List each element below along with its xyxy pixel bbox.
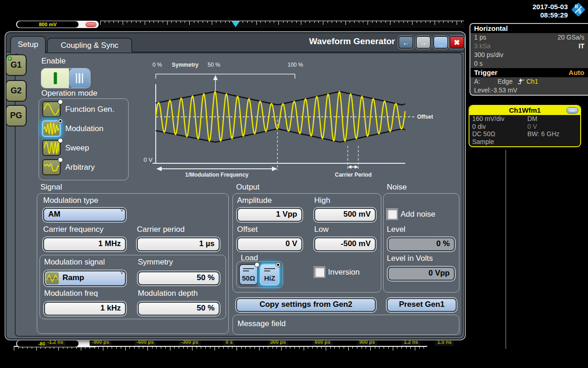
carrier-frequency-field[interactable]: 1 MHz [43, 237, 126, 251]
time-tick-label: 900 ps [357, 339, 377, 346]
sine-wave-icon [43, 102, 60, 116]
message-field: Message field [232, 315, 459, 335]
carrier-period-field[interactable]: 1 µs [137, 237, 220, 251]
modulation-signal-dropdown[interactable]: Ramp ▽ [44, 270, 126, 286]
time-tick-label: 1.2 ns [401, 339, 420, 346]
operation-mode-modulation[interactable] [42, 121, 61, 137]
horizontal-title: Horizontal [474, 24, 508, 32]
inversion-label: Inversion [328, 268, 360, 277]
symmetry-0-label: 0 % [153, 62, 162, 68]
operation-mode-sweep[interactable] [42, 140, 61, 156]
tab-setup[interactable]: Setup [10, 36, 46, 53]
time-tick-label: 600 ps [312, 339, 333, 346]
tab-coupling-sync-label: Coupling & Sync [61, 41, 119, 50]
symmetry-field[interactable]: 50 % [138, 271, 220, 285]
signal-section-label: Signal [40, 183, 62, 192]
add-noise-checkbox[interactable] [387, 209, 397, 219]
modulation-type-dropdown[interactable]: AM ▽ [43, 208, 126, 222]
load-50ohm-button[interactable]: 50Ω [239, 264, 258, 285]
add-noise-label: Add noise [401, 210, 435, 219]
noise-level-label: Level [387, 225, 406, 234]
enable-toggle-on[interactable] [41, 69, 69, 88]
enable-toggle-off[interactable] [69, 69, 90, 88]
operation-mode-arbitrary-label[interactable]: Arbitrary [65, 163, 95, 172]
amplitude-label: Amplitude [237, 196, 272, 205]
horizontal-row-2: 3 kSa IT [470, 42, 588, 51]
tab-coupling-sync[interactable]: Coupling & Sync [47, 38, 132, 52]
chevron-down-icon: ▽ [120, 270, 124, 275]
output-offset-field[interactable]: 0 V [237, 237, 302, 251]
datetime-display: 2017-05-03 08:59:29 [532, 3, 568, 19]
operation-mode-function-gen-label[interactable]: Function Gen. [65, 105, 114, 114]
channel-title: Ch1Wfm1 [509, 106, 541, 114]
top-signal-bar: 800 mV [16, 21, 99, 28]
waveform-generator-dialog: Setup Coupling & Sync Waveform Generator… [6, 32, 465, 339]
trigger-title: Trigger [474, 69, 498, 76]
enable-toggle[interactable] [41, 69, 90, 88]
load-50ohm-radio[interactable] [254, 262, 260, 267]
ramp-wave-icon [46, 272, 59, 284]
symmetry-100-label: 100 % [288, 62, 303, 68]
trigger-row-2: Level:-3.53 mV [470, 86, 588, 95]
am-waveform-diagram: 0 % Symmetry 50 % 100 % Offset 0 V 1/Mod… [139, 55, 466, 184]
operation-mode-function-gen[interactable] [42, 101, 61, 117]
noise-section-label: Noise [387, 183, 407, 192]
minimize-button[interactable]: _ [433, 36, 448, 49]
modulation-depth-field[interactable]: 50 % [138, 302, 220, 316]
carrier-period-label2: Carrier period [137, 225, 185, 234]
menu-divider-line [505, 150, 506, 349]
inversion-checkbox[interactable] [314, 267, 325, 277]
operation-mode-arbitrary[interactable] [42, 159, 61, 175]
load-hiz-button[interactable]: HiZ [260, 264, 279, 285]
generator-button-g2[interactable]: G2 [6, 80, 27, 102]
trigger-source: Ch1 [526, 77, 538, 86]
horizontal-trigger-panel[interactable]: Horizontal 1 ps 20 GSa/s 3 kSa IT 300 ps… [469, 23, 588, 96]
amplitude-field[interactable]: 1 Vpp [237, 208, 302, 222]
channel-minimize-button[interactable] [566, 107, 578, 114]
enable-label: Enable [41, 57, 66, 66]
tab-setup-label: Setup [18, 40, 38, 49]
arbitrary-radio[interactable] [58, 157, 63, 162]
channel-coupling: DC 50Ω [472, 130, 527, 138]
mod-frequency-label: 1/Modulation Frequency [153, 172, 281, 178]
dialog-title: Waveform Generator [309, 36, 395, 46]
time-tick-label: -600 ps [134, 339, 156, 346]
operation-mode-modulation-label[interactable]: Modulation [65, 124, 103, 133]
modulation-freq-field[interactable]: 1 kHz [44, 302, 126, 316]
record-length-value: 3 kSa [474, 42, 491, 51]
modulation-radio[interactable] [58, 119, 63, 124]
high-field[interactable]: 500 mV [314, 208, 376, 222]
function-gen-radio[interactable] [58, 99, 63, 104]
low-field[interactable]: -500 mV [314, 237, 376, 251]
horizontal-row-1: 1 ps 20 GSa/s [470, 33, 588, 42]
channel-row-1: 160 mV/div DM [469, 115, 580, 123]
generator-button-pg[interactable]: PG [6, 105, 27, 126]
preset-gen1-button[interactable]: Preset Gen1 [387, 298, 457, 312]
trigger-position-marker[interactable] [232, 21, 240, 27]
forward-button[interactable]: → [416, 36, 431, 49]
symmetry-field-label: Symmetry [138, 258, 173, 267]
horizontal-header[interactable]: Horizontal [470, 24, 588, 33]
channel-box-header[interactable]: Ch1Wfm1 [469, 106, 580, 115]
noise-level-field: 0 % [388, 237, 455, 251]
sweep-radio[interactable] [58, 138, 63, 143]
trigger-header[interactable]: Trigger Auto [470, 68, 588, 77]
modulation-freq-label: Modulation freq [44, 289, 98, 298]
carrier-frequency-label: Carrier frequency [43, 225, 103, 234]
chevron-down-icon: ▽ [120, 207, 124, 212]
trigger-source-label: A: [474, 77, 480, 86]
channel-signal-box[interactable]: Ch1Wfm1 160 mV/div DM 0 div 0 V DC 50Ω B… [469, 105, 581, 147]
time-tick-label: 0 s [223, 339, 235, 346]
copy-settings-button[interactable]: Copy settings from Gen2 [236, 298, 376, 312]
operation-mode-sweep-label[interactable]: Sweep [65, 144, 89, 153]
output-section-label: Output [236, 183, 260, 192]
symmetry-label: Symmetry [172, 62, 198, 68]
close-icon[interactable]: ✖ [449, 36, 464, 49]
fader-icon [264, 268, 275, 269]
back-button[interactable]: ← [398, 36, 413, 49]
channel-position: 0 div [472, 123, 527, 131]
generator-button-g1[interactable]: G1 [6, 54, 27, 76]
load-hiz-radio[interactable] [276, 262, 281, 267]
level-in-volts-label: Level in Volts [387, 254, 433, 263]
signal-bar-close-button[interactable] [85, 22, 96, 27]
